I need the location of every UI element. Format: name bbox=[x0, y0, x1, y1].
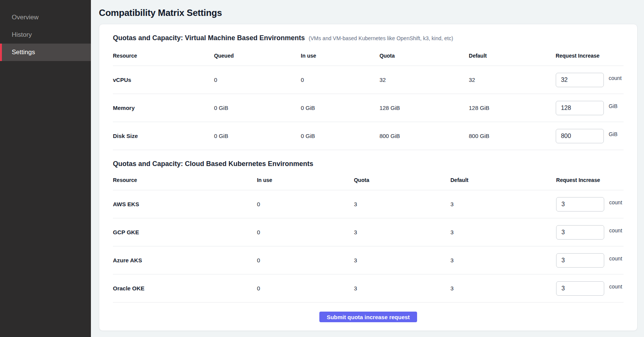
app-root: Overview History Settings Compatibility … bbox=[0, 0, 644, 337]
quota-value: 800 GiB bbox=[380, 133, 469, 139]
in-use-value: 0 bbox=[257, 201, 354, 207]
quota-value: 32 bbox=[380, 77, 469, 83]
vcpus-request-input[interactable] bbox=[556, 73, 604, 87]
in-use-value: 0 bbox=[257, 257, 354, 263]
unit-label: count bbox=[609, 199, 622, 205]
column-header-queued: Queued bbox=[214, 53, 301, 59]
vm-section-title: Quotas and Capacity: Virtual Machine Bas… bbox=[113, 34, 305, 42]
sidebar-item-label: History bbox=[12, 31, 32, 38]
resource-name: GCP GKE bbox=[113, 229, 257, 235]
default-value: 3 bbox=[450, 229, 556, 235]
memory-request-input[interactable] bbox=[556, 101, 604, 115]
column-header-default: Default bbox=[450, 177, 556, 183]
unit-label: count bbox=[609, 227, 622, 234]
vm-section-header: Quotas and Capacity: Virtual Machine Bas… bbox=[113, 34, 624, 42]
sidebar-nav: Overview History Settings bbox=[0, 9, 91, 61]
default-value: 3 bbox=[450, 285, 556, 292]
vm-table: Resource Queued In use Quota Default Req… bbox=[113, 50, 624, 150]
column-header-in-use: In use bbox=[301, 53, 380, 59]
column-header-resource: Resource bbox=[113, 53, 214, 59]
sidebar-item-history[interactable]: History bbox=[0, 26, 91, 44]
default-value: 3 bbox=[450, 201, 556, 207]
disk-size-request-input[interactable] bbox=[556, 129, 604, 143]
queued-value: 0 GiB bbox=[214, 105, 301, 111]
in-use-value: 0 GiB bbox=[301, 105, 380, 111]
vm-section-subtitle: (VMs and VM-based Kubernetes like OpenSh… bbox=[309, 35, 453, 41]
column-header-quota: Quota bbox=[354, 177, 450, 183]
table-row-oracle-oke: Oracle OKE 0 3 3 count bbox=[113, 274, 624, 303]
default-value: 128 GiB bbox=[469, 105, 556, 111]
sidebar-item-settings[interactable]: Settings bbox=[0, 44, 91, 61]
unit-label: count bbox=[609, 284, 622, 290]
default-value: 3 bbox=[450, 257, 556, 263]
in-use-value: 0 bbox=[257, 285, 354, 292]
resource-name: vCPUs bbox=[113, 77, 214, 83]
request-increase-cell: GiB bbox=[556, 129, 624, 143]
request-increase-cell: count bbox=[556, 197, 624, 212]
table-row-disk-size: Disk Size 0 GiB 0 GiB 800 GiB 800 GiB Gi… bbox=[113, 122, 624, 150]
quota-value: 3 bbox=[354, 285, 450, 292]
cloud-table: Resource In use Quota Default Request In… bbox=[113, 174, 624, 303]
queued-value: 0 GiB bbox=[214, 133, 301, 139]
column-header-resource: Resource bbox=[113, 177, 257, 183]
sidebar-item-overview[interactable]: Overview bbox=[0, 9, 91, 26]
queued-value: 0 bbox=[214, 77, 301, 83]
in-use-value: 0 GiB bbox=[301, 133, 380, 139]
gcp-gke-request-input[interactable] bbox=[556, 225, 604, 240]
in-use-value: 0 bbox=[301, 77, 380, 83]
card-footer: Submit quota increase request bbox=[113, 303, 624, 322]
resource-name: AWS EKS bbox=[113, 201, 257, 207]
sidebar: Overview History Settings bbox=[0, 0, 91, 337]
column-header-request-increase: Request Increase bbox=[556, 177, 624, 183]
resource-name: Oracle OKE bbox=[113, 285, 257, 292]
active-item-accent-bar bbox=[0, 44, 2, 61]
unit-label: GiB bbox=[609, 103, 617, 109]
resource-name: Memory bbox=[113, 105, 214, 111]
table-row-gcp-gke: GCP GKE 0 3 3 count bbox=[113, 218, 624, 246]
settings-card: Quotas and Capacity: Virtual Machine Bas… bbox=[99, 24, 638, 331]
vm-table-header-row: Resource Queued In use Quota Default Req… bbox=[113, 50, 624, 66]
request-increase-cell: count bbox=[556, 281, 624, 296]
table-row-aws-eks: AWS EKS 0 3 3 count bbox=[113, 190, 624, 218]
main-content: Compatibility Matrix Settings Quotas and… bbox=[91, 0, 644, 337]
column-header-quota: Quota bbox=[380, 53, 469, 59]
unit-label: GiB bbox=[609, 131, 617, 137]
quota-value: 3 bbox=[354, 229, 450, 235]
default-value: 800 GiB bbox=[469, 133, 556, 139]
request-increase-cell: count bbox=[556, 225, 624, 240]
aws-eks-request-input[interactable] bbox=[556, 197, 604, 212]
default-value: 32 bbox=[469, 77, 556, 83]
resource-name: Azure AKS bbox=[113, 257, 257, 263]
unit-label: count bbox=[609, 75, 622, 81]
request-increase-cell: count bbox=[556, 253, 624, 268]
column-header-in-use: In use bbox=[257, 177, 354, 183]
table-row-vcpus: vCPUs 0 0 32 32 count bbox=[113, 66, 624, 94]
submit-quota-increase-button[interactable]: Submit quota increase request bbox=[319, 312, 417, 322]
sidebar-item-label: Overview bbox=[12, 14, 39, 21]
cloud-table-header-row: Resource In use Quota Default Request In… bbox=[113, 174, 624, 190]
quota-value: 128 GiB bbox=[380, 105, 469, 111]
sidebar-item-label: Settings bbox=[12, 49, 35, 56]
request-increase-cell: GiB bbox=[556, 101, 624, 115]
quota-value: 3 bbox=[354, 201, 450, 207]
page-title: Compatibility Matrix Settings bbox=[99, 8, 638, 18]
request-increase-cell: count bbox=[556, 73, 624, 87]
in-use-value: 0 bbox=[257, 229, 354, 235]
table-row-azure-aks: Azure AKS 0 3 3 count bbox=[113, 246, 624, 274]
unit-label: count bbox=[609, 255, 622, 262]
azure-aks-request-input[interactable] bbox=[556, 253, 604, 268]
quota-value: 3 bbox=[354, 257, 450, 263]
oracle-oke-request-input[interactable] bbox=[556, 281, 604, 296]
column-header-default: Default bbox=[469, 53, 556, 59]
cloud-section-title: Quotas and Capacity: Cloud Based Kuberne… bbox=[113, 160, 624, 168]
column-header-request-increase: Request Increase bbox=[556, 53, 624, 59]
resource-name: Disk Size bbox=[113, 133, 214, 139]
table-row-memory: Memory 0 GiB 0 GiB 128 GiB 128 GiB GiB bbox=[113, 94, 624, 122]
